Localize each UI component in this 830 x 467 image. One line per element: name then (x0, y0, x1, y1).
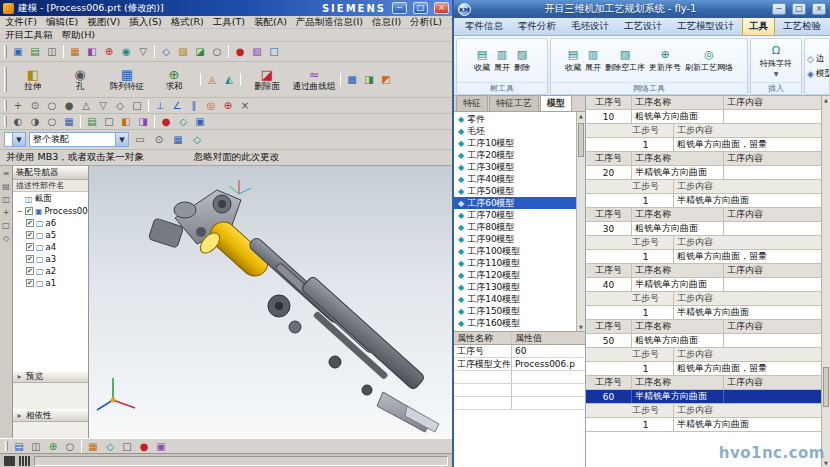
select-grid-icon[interactable]: ▦ (170, 132, 186, 147)
menu-insert[interactable]: 插入(S) (129, 16, 161, 29)
table-scrollbar[interactable]: ▲ ▼ (821, 96, 830, 467)
tab-blank-design[interactable]: 毛坯设计 (564, 18, 616, 35)
shaded-view-icon[interactable]: ◐ (10, 114, 26, 129)
snap-quadrant-icon[interactable]: □ (129, 98, 145, 113)
snap-triangle-icon[interactable]: △ (78, 98, 94, 113)
toolbar-grip[interactable] (4, 116, 7, 127)
tool-icon[interactable]: ▤ (27, 44, 43, 59)
menu-assembly[interactable]: 装配(A) (254, 16, 287, 29)
menu-edit[interactable]: 编辑(E) (46, 16, 78, 29)
reuse-icon[interactable]: ◇ (3, 234, 9, 243)
nav-item-component[interactable]: ✔ □ a2 (13, 265, 88, 277)
perpendicular-icon[interactable]: ⊥ (152, 98, 168, 113)
snap-triangle-down-icon[interactable]: ▽ (95, 98, 111, 113)
tree-item-op-model[interactable]: ◆工序30模型 (454, 161, 576, 173)
scrollbar-thumb[interactable] (578, 123, 584, 157)
tab-features[interactable]: 特征 (456, 95, 488, 111)
tree-item-part[interactable]: ◆零件 (454, 113, 576, 125)
tree-item-op-model[interactable]: ◆工序120模型 (454, 269, 576, 281)
tool-icon[interactable]: ◇ (102, 439, 118, 454)
unite-button[interactable]: ⊕ 求和 (151, 63, 197, 96)
tool-icon[interactable]: ◩ (378, 72, 394, 87)
tree-item-op-model[interactable]: ◆工序20模型 (454, 149, 576, 161)
menu-format[interactable]: 格式(R) (171, 16, 204, 29)
preview-section-header[interactable]: ▸ 预览 (13, 370, 88, 383)
property-row-op-number[interactable]: 工序号 60 (454, 345, 585, 358)
nx-titlebar[interactable]: 建模 - [Process006.prt (修改的)] SIEMENS ─ □ … (0, 0, 452, 16)
tree-item-blank[interactable]: ◆毛坯 (454, 125, 576, 137)
checkbox[interactable]: ✔ (25, 207, 33, 215)
checkbox[interactable]: ✔ (26, 243, 34, 251)
tool-icon[interactable]: ● (136, 439, 152, 454)
menu-analysis[interactable]: 分析(L) (410, 16, 442, 29)
select-center-icon[interactable]: ⊙ (151, 132, 167, 147)
net-expand-button[interactable]: ▥ 展开 (584, 48, 602, 73)
km-titlebar[interactable]: KM 开目三维机加工艺规划系统 - fly-1 ─ □ × (454, 0, 830, 18)
tree-item-op-model[interactable]: ◆工序160模型 (454, 317, 576, 329)
navigator-title[interactable]: 装配导航器 (13, 166, 88, 180)
parallel-icon[interactable]: ∥ (186, 98, 202, 113)
step-row[interactable]: 1粗铣单方向曲面，留量 (586, 138, 821, 152)
close-button[interactable]: × (434, 2, 449, 14)
tab-process-check[interactable]: 工艺检验 (776, 18, 828, 35)
status-grid-icon[interactable] (19, 456, 30, 466)
tool-icon[interactable]: ▨ (175, 44, 191, 59)
tree-item-op-model[interactable]: ◆工序130模型 (454, 281, 576, 293)
tree-item-op-model[interactable]: ◆工序100模型 (454, 245, 576, 257)
angle-icon[interactable]: ∠ (169, 98, 185, 113)
tree-item-op-model[interactable]: ◆工序70模型 (454, 209, 576, 221)
tree-item-op-model-selected[interactable]: ◆工序60模型 (454, 197, 576, 209)
wireframe-view-icon[interactable]: ◑ (27, 114, 43, 129)
tool-icon[interactable]: ◫ (28, 439, 44, 454)
view-triad-icon[interactable] (97, 378, 135, 410)
menu-lines-icon[interactable]: ≡ (3, 169, 10, 178)
model-toggle-button[interactable]: ◈ 模型 (807, 68, 827, 80)
delete-face-button[interactable]: ◪ 删除面 (244, 63, 290, 96)
nav-item-assembly[interactable]: − ✔ ▣ Process006 (13, 205, 88, 217)
tree-item-op-model[interactable]: ◆工序140模型 (454, 293, 576, 305)
restore-button[interactable]: □ (413, 2, 428, 14)
tool-icon[interactable]: ▤ (11, 439, 27, 454)
menu-view[interactable]: 视图(V) (87, 16, 120, 29)
tool-icon[interactable]: ▦ (85, 439, 101, 454)
status-icon[interactable] (4, 456, 15, 466)
menu-tools[interactable]: 工具(T) (213, 16, 245, 29)
tree-item-op-model[interactable]: ◆工序80模型 (454, 221, 576, 233)
close-snap-icon[interactable]: × (237, 98, 253, 113)
filter-combo[interactable]: ▼ (4, 132, 26, 147)
snap-midpoint-icon[interactable]: ◇ (112, 98, 128, 113)
tool-icon[interactable]: ▧ (249, 44, 265, 59)
scroll-down-icon[interactable]: ▼ (579, 324, 583, 330)
tool-icon[interactable]: □ (266, 44, 282, 59)
window-icon[interactable]: □ (101, 114, 117, 129)
snap-point-icon[interactable]: + (10, 98, 26, 113)
tool-icon[interactable]: ⊕ (101, 44, 117, 59)
through-curves-button[interactable]: ≈ 通过曲线组 (291, 63, 337, 96)
tool-icon[interactable]: ◨ (361, 72, 377, 87)
tab-tools[interactable]: 工具 (742, 18, 775, 35)
tab-process-design[interactable]: 工艺设计 (617, 18, 669, 35)
tree-item-op-model[interactable]: ◆工序90模型 (454, 233, 576, 245)
selection-scope-combo[interactable]: 整个装配 ▼ (29, 132, 129, 147)
delete-empty-operation-button[interactable]: ▨ 删除空工序 (604, 48, 646, 73)
tab-model[interactable]: 模型 (540, 95, 572, 111)
tool-icon[interactable]: ▣ (10, 44, 26, 59)
scroll-up-icon[interactable]: ▲ (579, 113, 583, 119)
grid-icon[interactable]: ▦ (61, 114, 77, 129)
menu-information[interactable]: 信息(I) (372, 16, 401, 29)
nav-item-component[interactable]: ✔ □ a4 (13, 241, 88, 253)
tree-item-op-model[interactable]: ◆工序40模型 (454, 173, 576, 185)
tool-icon[interactable]: □ (119, 439, 135, 454)
step-row[interactable]: 1粗铣单方向曲面，留量 (586, 362, 821, 376)
tree-delete-button[interactable]: ▨ 删除 (513, 48, 531, 73)
op-row[interactable]: 40半精铣单方向曲面 (586, 278, 821, 292)
tool-icon[interactable]: ○ (209, 44, 225, 59)
dropdown-arrow-icon[interactable]: ▼ (115, 133, 128, 146)
menu-file[interactable]: 文件(F) (5, 16, 37, 29)
diamond-icon[interactable]: ◇ (175, 114, 191, 129)
op-row-selected[interactable]: 60半精铣单方向曲面 (586, 390, 821, 404)
step-row[interactable]: 1半精铣单方向曲面 (586, 418, 821, 432)
snap-circle-icon[interactable]: ○ (44, 98, 60, 113)
tree-collect-button[interactable]: ▤ 收藏 (473, 48, 491, 73)
update-sequence-button[interactable]: ⊕ 更新序号 (648, 48, 682, 73)
